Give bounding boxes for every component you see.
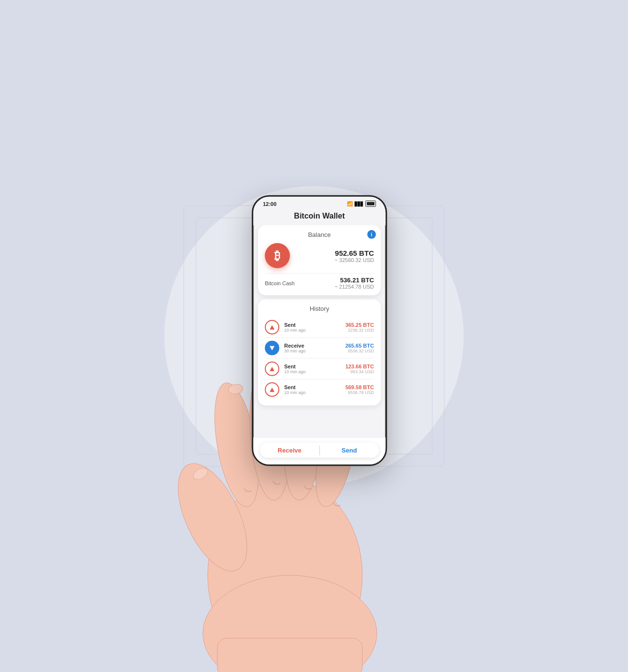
balance-amounts: 952.65 BTC ~ 32560.32 USD (296, 248, 374, 263)
wifi-icon: 📶 (347, 201, 353, 206)
sent-icon-2 (265, 362, 279, 376)
tx-amounts-0: 365.25 BTC2236.32 USD (345, 322, 374, 333)
transaction-item-2[interactable]: Sent10 min ago123.66 BTC953.34 USD (265, 359, 374, 380)
bitcoin-logo: ₿ (265, 243, 290, 268)
balance-secondary-amounts: 536.21 BTC ~ 21254.78 USD (335, 277, 374, 290)
tx-amounts-2: 123.66 BTC953.34 USD (345, 364, 374, 374)
tx-usd-0: 2236.32 USD (345, 328, 374, 333)
tx-amounts-1: 265.65 BTC6536.32 USD (345, 343, 374, 353)
app-title: Bitcoin Wallet (253, 209, 385, 225)
sent-icon-3 (265, 382, 279, 397)
tx-type-2: Sent (284, 364, 341, 369)
tx-type-1: Receive (284, 343, 341, 349)
phone-bottom: Receive Send (253, 438, 385, 465)
signal-icon: ▊▊▊ (355, 201, 363, 206)
tx-usd-1: 6536.32 USD (345, 349, 374, 353)
tx-info-0: Sent10 min ago (284, 322, 341, 333)
balance-card: Balance i ₿ 952.65 BTC ~ 32560.32 USD Bi… (258, 225, 381, 295)
svg-rect-7 (217, 638, 362, 672)
tx-info-1: Receive30 min ago (284, 343, 341, 353)
tx-btc-0: 365.25 BTC (345, 322, 374, 328)
transaction-list: Sent10 min ago365.25 BTC2236.32 USDRecei… (265, 317, 374, 400)
balance-secondary-label: Bitcoin Cash (265, 280, 295, 286)
status-bar: 12:00 📶 ▊▊▊ (253, 197, 385, 209)
bitcoin-symbol: ₿ (274, 249, 280, 263)
status-icons: 📶 ▊▊▊ (347, 201, 376, 207)
transaction-item-0[interactable]: Sent10 min ago365.25 BTC2236.32 USD (265, 317, 374, 338)
balance-usd: ~ 32560.32 USD (335, 257, 374, 263)
balance-divider (265, 273, 374, 274)
receive-button[interactable]: Receive (260, 443, 319, 458)
tx-time-1: 30 min ago (284, 349, 341, 353)
balance-btc: 952.65 BTC (335, 248, 374, 257)
tx-btc-2: 123.66 BTC (345, 364, 374, 369)
battery-icon (365, 201, 376, 207)
transaction-item-3[interactable]: Sent10 min ago569.58 BTC6536.78 USD (265, 380, 374, 400)
tx-usd-2: 953.34 USD (345, 369, 374, 374)
tx-btc-1: 265.65 BTC (345, 343, 374, 349)
phone-content: Balance i ₿ 952.65 BTC ~ 32560.32 USD Bi… (253, 225, 385, 438)
tx-time-0: 10 min ago (284, 328, 341, 333)
tx-time-3: 10 min ago (284, 390, 341, 395)
balance-secondary: Bitcoin Cash 536.21 BTC ~ 21254.78 USD (265, 277, 374, 290)
balance-secondary-usd: ~ 21254.78 USD (335, 284, 374, 290)
balance-section-title: Balance (265, 231, 374, 238)
history-card: History Sent10 min ago365.25 BTC2236.32 … (258, 299, 381, 406)
tx-info-3: Sent10 min ago (284, 384, 341, 395)
tx-btc-3: 569.58 BTC (345, 384, 374, 390)
action-buttons: Receive Send (260, 443, 379, 458)
receive-icon-1 (265, 341, 279, 355)
status-time: 12:00 (263, 201, 276, 206)
sent-icon-0 (265, 320, 279, 335)
phone-wrapper: 12:00 📶 ▊▊▊ Bitcoin Wallet Balance i ₿ (252, 195, 387, 466)
transaction-item-1[interactable]: Receive30 min ago265.65 BTC6536.32 USD (265, 338, 374, 359)
history-section-title: History (265, 305, 374, 312)
tx-amounts-3: 569.58 BTC6536.78 USD (345, 384, 374, 395)
info-badge[interactable]: i (367, 230, 376, 239)
tx-type-0: Sent (284, 322, 341, 328)
send-button[interactable]: Send (320, 443, 379, 458)
tx-type-3: Sent (284, 384, 341, 390)
phone: 12:00 📶 ▊▊▊ Bitcoin Wallet Balance i ₿ (252, 195, 387, 466)
balance-main: ₿ 952.65 BTC ~ 32560.32 USD (265, 243, 374, 268)
balance-secondary-btc: 536.21 BTC (335, 277, 374, 284)
tx-time-2: 10 min ago (284, 369, 341, 374)
tx-usd-3: 6536.78 USD (345, 390, 374, 395)
tx-info-2: Sent10 min ago (284, 364, 341, 374)
